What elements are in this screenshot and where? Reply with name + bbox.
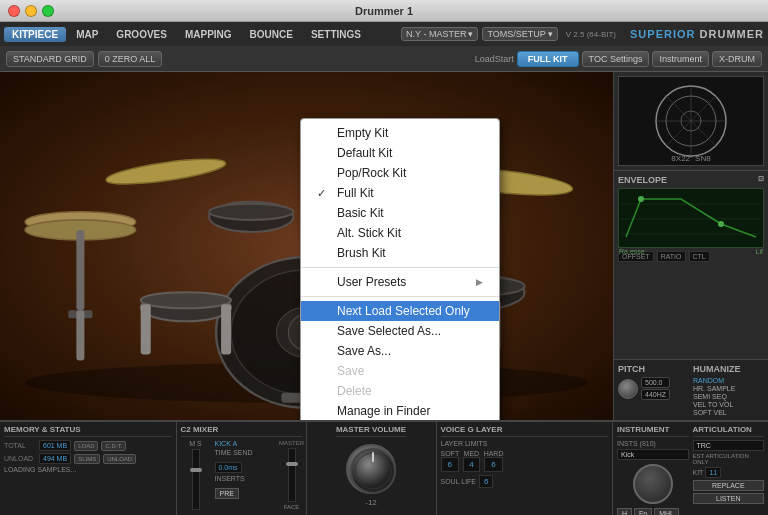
articulation-col: Articulation TRC EST ARTICULATION ONLY K…	[693, 425, 765, 515]
instrument-preview[interactable]	[633, 464, 673, 504]
loading-text: LOADING SAMPLES...	[4, 466, 172, 473]
download-label: UNLOAD	[4, 455, 36, 462]
menu-item-save-as[interactable]: Save As...	[301, 341, 499, 361]
master-volume-section: Master Volume -12	[307, 422, 437, 515]
hard-label: HARD	[484, 450, 504, 457]
unload-btn2[interactable]: UNLOAD	[103, 454, 136, 464]
drum-preview[interactable]: 8X22" SN8	[618, 76, 764, 166]
instrument-btn[interactable]: Instrument	[652, 51, 709, 67]
humanize-option-semi-seq[interactable]: SEMI SEQ	[693, 393, 764, 400]
window-controls[interactable]	[8, 5, 54, 17]
close-button[interactable]	[8, 5, 20, 17]
menu-item-basic-kit[interactable]: Basic Kit	[301, 203, 499, 223]
envelope-section: Envelope ⊡ Ra.esse Lif	[614, 171, 768, 359]
nav-tab-kitpiece[interactable]: KITPIECE	[4, 27, 66, 42]
zero-all-btn[interactable]: 0 ZERO ALL	[98, 51, 163, 67]
version-label: V 2.5 (64-BIT)	[566, 30, 616, 39]
preset-dropdown-menu: Empty Kit Default Kit Pop/Rock Kit ✓ Ful…	[300, 118, 500, 420]
menu-item-save: Save	[301, 361, 499, 381]
art-select[interactable]: TRC	[693, 440, 765, 451]
humanize-option-random[interactable]: RANDOM	[693, 377, 764, 384]
memory-status-title: Memory & Status	[4, 425, 172, 437]
loadstart-area: LoadStart FULL KIT TOC Settings Instrume…	[471, 51, 762, 67]
fader-track[interactable]	[192, 449, 200, 510]
mhl-btn[interactable]: MHL	[654, 508, 679, 515]
total-label: TOTAL	[4, 442, 36, 449]
layer-col-soft: SOFT 6	[441, 450, 460, 472]
xdrum-btn[interactable]: X-DRUM	[712, 51, 762, 67]
instrument-section-title: Instrument	[617, 425, 689, 437]
svg-rect-23	[221, 304, 231, 354]
c2-mixer-title: C2 Mixer	[181, 425, 302, 437]
soul-life-row: SOUL LIFE 6	[441, 475, 609, 488]
nav-right-area: N.Y - MASTER ▾ TOMS/SETUP ▾ V 2.5 (64-BI…	[401, 27, 764, 41]
time-send-label: TIME SEND	[215, 449, 278, 456]
kick-select[interactable]: Kick	[617, 449, 689, 460]
fader-handle[interactable]	[190, 468, 202, 472]
cdt-btn[interactable]: C.D.T.	[101, 441, 126, 451]
drum-kit-area[interactable]: Empty Kit Default Kit Pop/Rock Kit ✓ Ful…	[0, 72, 613, 420]
h-btn[interactable]: H	[617, 508, 632, 515]
master-volume-knob[interactable]	[346, 444, 396, 494]
menu-item-full-kit[interactable]: ✓ Full Kit	[301, 183, 499, 203]
articulation-title: Articulation	[693, 425, 765, 437]
soul-life-label: SOUL LIFE	[441, 478, 477, 485]
loadstart-label: LoadStart	[475, 54, 514, 64]
drum-preview-svg	[631, 81, 751, 161]
instrument-col: Instrument INSTS (810) Kick H Fn MHL	[617, 425, 689, 515]
maximize-button[interactable]	[42, 5, 54, 17]
toms-setup-dropdown[interactable]: TOMS/SETUP ▾	[482, 27, 557, 41]
ny-master-dropdown[interactable]: N.Y - MASTER ▾	[401, 27, 478, 41]
hard-value[interactable]: 6	[484, 457, 504, 472]
fader-area: M S	[181, 440, 211, 510]
instrument-panel-section: Instrument INSTS (810) Kick H Fn MHL Art…	[613, 422, 768, 515]
bottom-panel: Memory & Status TOTAL 601 MB LOAD C.D.T.…	[0, 420, 768, 515]
menu-item-user-presets[interactable]: User Presets	[301, 272, 499, 292]
soul-life-value[interactable]: 6	[479, 475, 493, 488]
pitch-human-section: Pitch 500.0 440HZ Humanize RANDOM HR. SA…	[614, 359, 768, 420]
humanize-option-vel-to-vol[interactable]: VEL TO VOL	[693, 401, 764, 408]
soft-value[interactable]: 6	[441, 457, 460, 472]
master-fader-track[interactable]	[288, 448, 296, 502]
replace-btn[interactable]: REPLACE	[693, 480, 765, 491]
menu-item-empty-kit[interactable]: Empty Kit	[301, 123, 499, 143]
envelope-graph[interactable]: Ra.esse Lif	[618, 188, 764, 248]
humanize-option-hr-sample[interactable]: HR. SAMPLE	[693, 385, 764, 392]
minimize-button[interactable]	[25, 5, 37, 17]
nav-tab-grooves[interactable]: GROOVES	[108, 27, 175, 42]
pitch-knob[interactable]	[618, 379, 638, 399]
menu-item-default-kit[interactable]: Default Kit	[301, 143, 499, 163]
chevron-down-icon: ▾	[548, 29, 553, 39]
fader-label: M S	[189, 440, 201, 447]
menu-item-alt-stick-kit[interactable]: Alt. Stick Kit	[301, 223, 499, 243]
kit-label: KIT	[693, 469, 704, 476]
toc-settings-btn[interactable]: TOC Settings	[582, 51, 650, 67]
fn-btn[interactable]: Fn	[634, 508, 652, 515]
inserts-value[interactable]: PRE	[215, 488, 239, 499]
nav-tab-bounce[interactable]: BOUNCE	[242, 27, 301, 42]
nav-tab-map[interactable]: MAP	[68, 27, 106, 42]
menu-item-next-load-selected[interactable]: Next Load Selected Only	[301, 301, 499, 321]
menu-item-brush-kit[interactable]: Brush Kit	[301, 243, 499, 263]
master-fader-handle[interactable]	[286, 462, 298, 466]
menu-item-manage-in-finder[interactable]: Manage in Finder	[301, 401, 499, 420]
download-value: 494 MB	[39, 453, 71, 464]
drum-preview-section: 8X22" SN8	[614, 72, 768, 171]
load-btn[interactable]: LOAD	[74, 441, 98, 451]
envelope-expand-btn[interactable]: ⊡	[758, 175, 764, 183]
knob-svg	[348, 446, 398, 496]
slims-btn[interactable]: SLIMS	[74, 454, 100, 464]
menu-item-save-selected-as[interactable]: Save Selected As...	[301, 321, 499, 341]
nav-tab-mapping[interactable]: MAPPING	[177, 27, 240, 42]
envelope-svg	[619, 189, 763, 244]
menu-divider-1	[301, 267, 499, 268]
total-value: 601 MB	[39, 440, 71, 451]
loadstart-preset-btn[interactable]: FULL KIT	[517, 51, 579, 67]
nav-tab-settings[interactable]: SETTINGS	[303, 27, 369, 42]
menu-item-pop-rock-kit[interactable]: Pop/Rock Kit	[301, 163, 499, 183]
humanize-option-soft-vel[interactable]: SOFT VEL	[693, 409, 764, 416]
standard-grid-btn[interactable]: STANDARD GRID	[6, 51, 94, 67]
med-value[interactable]: 4	[463, 457, 479, 472]
right-panel: 8X22" SN8 Envelope ⊡	[613, 72, 768, 420]
listen-btn[interactable]: LISTEN	[693, 493, 765, 504]
